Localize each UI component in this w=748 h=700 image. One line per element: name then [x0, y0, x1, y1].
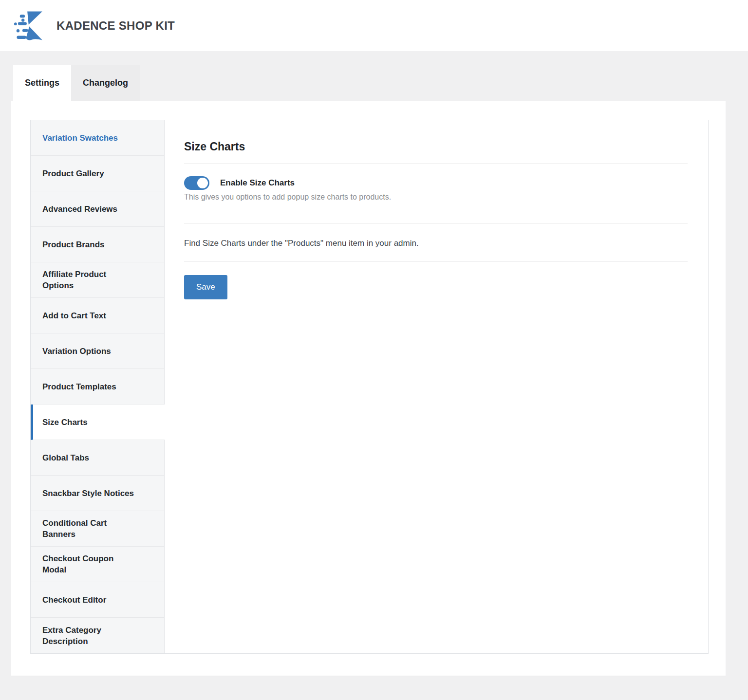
sidebar-item-global-tabs[interactable]: Global Tabs [31, 440, 164, 476]
sidebar-item-size-charts[interactable]: Size Charts [31, 405, 165, 440]
divider [184, 261, 688, 262]
sidebar-item-label: Advanced Reviews [42, 203, 117, 215]
sidebar-item-label: Affiliate Product Options [42, 269, 106, 291]
tab-bar: Settings Changelog [13, 65, 748, 101]
sidebar-item-add-to-cart-text[interactable]: Add to Cart Text [31, 298, 164, 333]
sidebar-item-label: Variation Swatches [42, 132, 118, 144]
settings-panel: Variation SwatchesProduct GalleryAdvance… [11, 101, 726, 676]
tab-changelog[interactable]: Changelog [71, 65, 140, 101]
sidebar-item-label: Product Templates [42, 381, 116, 392]
sidebar-item-variation-options[interactable]: Variation Options [31, 333, 164, 369]
sidebar-item-label: Add to Cart Text [42, 310, 106, 321]
sidebar-item-label: Extra Category Description [42, 625, 101, 647]
toggle-knob [197, 178, 208, 188]
sidebar-item-label: Size Charts [42, 417, 88, 428]
divider [184, 163, 688, 164]
sidebar-item-affiliate-product-options[interactable]: Affiliate Product Options [31, 262, 164, 298]
page: KADENCE SHOP KIT Settings Changelog Vari… [0, 0, 748, 700]
sidebar-item-conditional-cart-banners[interactable]: Conditional Cart Banners [31, 511, 164, 547]
sidebar-item-label: Variation Options [42, 346, 111, 357]
sidebar-item-product-templates[interactable]: Product Templates [31, 369, 164, 405]
sidebar-item-checkout-editor[interactable]: Checkout Editor [31, 582, 164, 618]
sidebar-item-label: Conditional Cart Banners [42, 517, 107, 540]
kadence-logo-icon [14, 6, 45, 46]
settings-menu: Variation SwatchesProduct GalleryAdvance… [31, 120, 165, 653]
enable-size-charts-description: This gives you options to add popup size… [184, 192, 688, 202]
app-header: KADENCE SHOP KIT [0, 0, 748, 51]
page-title: Size Charts [184, 140, 688, 153]
app-title: KADENCE SHOP KIT [56, 19, 175, 33]
sidebar-item-snackbar-style-notices[interactable]: Snackbar Style Notices [31, 476, 164, 511]
sidebar-item-label: Product Brands [42, 239, 105, 250]
sidebar-item-label: Global Tabs [42, 452, 89, 463]
save-button[interactable]: Save [184, 275, 227, 299]
sidebar-item-extra-category-description[interactable]: Extra Category Description [31, 618, 164, 653]
divider [184, 223, 688, 224]
size-charts-note: Find Size Charts under the "Products" me… [184, 238, 688, 248]
sidebar-item-product-gallery[interactable]: Product Gallery [31, 156, 164, 191]
settings-container: Variation SwatchesProduct GalleryAdvance… [30, 120, 709, 654]
enable-size-charts-label: Enable Size Charts [220, 178, 295, 188]
sidebar-item-product-brands[interactable]: Product Brands [31, 227, 164, 262]
sidebar-item-label: Checkout Editor [42, 594, 106, 606]
sidebar-item-variation-swatches[interactable]: Variation Swatches [31, 120, 164, 156]
sidebar-item-advanced-reviews[interactable]: Advanced Reviews [31, 191, 164, 227]
enable-size-charts-row: Enable Size Charts [184, 176, 688, 190]
sidebar-item-label: Snackbar Style Notices [42, 488, 134, 499]
size-charts-section: Size Charts Enable Size Charts This give… [165, 120, 708, 653]
enable-size-charts-toggle[interactable] [184, 176, 209, 190]
sidebar-item-checkout-coupon-modal[interactable]: Checkout Coupon Modal [31, 547, 164, 582]
sidebar-item-label: Checkout Coupon Modal [42, 553, 113, 575]
sidebar-item-label: Product Gallery [42, 168, 104, 179]
tab-settings[interactable]: Settings [13, 65, 71, 101]
